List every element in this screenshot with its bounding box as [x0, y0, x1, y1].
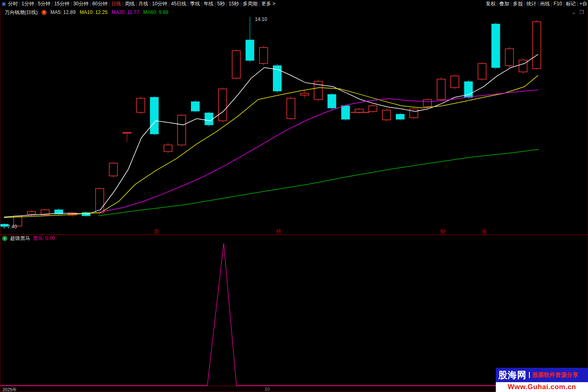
candle-27: [355, 108, 363, 114]
menu-item-tool-1[interactable]: 复权: [486, 0, 495, 7]
menu-separator: |: [90, 1, 91, 7]
candle-18: [232, 49, 241, 79]
menu-separator: |: [123, 1, 124, 7]
menu-item-period-4[interactable]: 15分钟: [54, 0, 69, 7]
menu-item-period-7[interactable]: 日线: [111, 0, 121, 7]
candle-16: [205, 112, 213, 127]
kline-chart-canvas[interactable]: 14.10←7.40: [0, 7, 588, 235]
menu-item-tool-3[interactable]: 多股: [513, 0, 523, 7]
menu-item-period-10[interactable]: 10分钟: [152, 0, 167, 7]
menu-separator: |: [150, 1, 151, 7]
candle-24: [314, 80, 322, 101]
candle-21: [273, 64, 282, 93]
candle-23: [300, 91, 309, 98]
menu-item-period-8[interactable]: 周线: [125, 0, 135, 7]
candle-20: [259, 46, 268, 65]
menu-separator: |: [577, 1, 578, 7]
menu-separator: |: [35, 1, 36, 7]
menu-separator: |: [19, 1, 20, 7]
menu-item-period-17[interactable]: 更多 >: [261, 0, 275, 7]
ad-tagline: 股票软件资源分享: [529, 372, 578, 378]
menu-item-period-1[interactable]: 分时: [8, 0, 18, 7]
menu-separator: |: [188, 1, 189, 7]
menu-item-tool-4[interactable]: 统计: [527, 0, 536, 7]
indicator-title: 超级黑马: [10, 235, 30, 242]
menu-item-period-9[interactable]: 月线: [138, 0, 148, 7]
candle-26: [341, 105, 350, 121]
candle-31: [410, 108, 418, 119]
menu-item-tool-8[interactable]: +自: [579, 0, 587, 7]
menu-item-tool-7[interactable]: 标记: [566, 0, 576, 7]
chart-header: 万向钱潮(日线) ∨ MA5: 12.89MA10: 12.25MA20: 11…: [5, 9, 173, 15]
menu-item-period-11[interactable]: 45日线: [171, 0, 186, 7]
menu-item-period-12[interactable]: 季线: [190, 0, 200, 7]
menu-separator: |: [136, 1, 137, 7]
ad-brand: 股海网: [496, 369, 529, 381]
candle-9: [109, 162, 118, 178]
menu-item-tool-5[interactable]: 画线: [540, 0, 550, 7]
tools-menu: 复权|叠加|多股|统计|画线|F10|标记|+自: [486, 0, 588, 7]
menu-separator: |: [259, 1, 260, 7]
candle-33: [437, 77, 445, 101]
chevron-down-icon[interactable]: ⌄: [572, 9, 576, 15]
candle-14: [177, 114, 186, 147]
panel-window-icon[interactable]: ❐: [579, 9, 584, 15]
candle-35: [464, 80, 472, 99]
price-annotation-1: 14.10: [255, 16, 267, 22]
menu-separator: |: [497, 1, 498, 7]
candle-34: [451, 75, 459, 89]
candle-22: [287, 97, 295, 120]
chevron-glyph: ∨: [4, 237, 6, 240]
chevron-glyph: ∨: [43, 11, 45, 14]
candle-36: [478, 62, 486, 81]
menu-item-period-5[interactable]: 30分钟: [73, 0, 89, 7]
indicator-chart-canvas[interactable]: [0, 242, 588, 386]
candle-17: [218, 87, 227, 122]
menu-item-period-14[interactable]: 5秒: [217, 0, 225, 7]
menu-item-tool-2[interactable]: 叠加: [499, 0, 509, 7]
ad-url: Www.Guhai.com.cn: [496, 382, 588, 392]
candle-40: [533, 20, 541, 70]
menu-item-period-2[interactable]: 1分钟: [22, 0, 34, 7]
app-window-icon[interactable]: ▣: [2, 1, 6, 7]
indicator-value: 黑马: 0.00: [33, 235, 55, 242]
menu-item-period-6[interactable]: 60分钟: [92, 0, 107, 7]
sub-indicator-selector-icon[interactable]: ∨: [2, 236, 7, 241]
candle-29: [382, 109, 390, 121]
menu-separator: |: [563, 1, 565, 7]
candle-38: [505, 47, 513, 67]
main-indicator-selector-icon[interactable]: ∨: [41, 10, 47, 15]
sub-panel-header: ∨ 超级黑马 黑马: 0.00: [0, 235, 588, 242]
menu-item-tool-6[interactable]: F10: [554, 0, 562, 7]
menu-item-period-15[interactable]: 15秒: [229, 0, 239, 7]
candle-28: [369, 104, 377, 113]
watermark-ad-top: 股海网 股票软件资源分享: [496, 368, 588, 382]
ma-line-MA60: [98, 149, 539, 216]
menu-separator: |: [201, 1, 202, 7]
ma-label-4: MA60: 9.88: [143, 9, 168, 15]
menu-separator: |: [52, 1, 53, 7]
candle-12: [150, 96, 159, 135]
main-chart-panel: 14.10←7.40 万向钱潮(日线) ∨ MA5: 12.89MA10: 12…: [0, 7, 588, 235]
ma-label-3: MA20: 11.77: [111, 9, 139, 15]
ma-label-2: MA10: 12.25: [79, 9, 107, 15]
menu-item-period-16[interactable]: 多周期: [243, 0, 258, 7]
menu-separator: |: [240, 1, 241, 7]
candle-37: [492, 23, 500, 70]
candle-11: [136, 97, 145, 114]
menu-separator: |: [226, 1, 227, 7]
indicator-panel: [0, 242, 588, 386]
menu-separator: |: [538, 1, 539, 7]
candle-13: [164, 143, 172, 153]
candle-30: [396, 113, 404, 121]
menu-item-period-3[interactable]: 5分钟: [38, 0, 50, 7]
menu-separator: |: [524, 1, 525, 7]
ma-labels: MA5: 12.89MA10: 12.25MA20: 11.77MA60: 9.…: [50, 9, 173, 15]
candle-19: [246, 17, 254, 62]
header-icons: ⌄ ❐: [572, 9, 584, 15]
menu-item-period-13[interactable]: 年线: [204, 0, 213, 7]
watermark-ad: 股海网 股票软件资源分享 Www.Guhai.com.cn: [496, 368, 588, 392]
candle-15: [191, 100, 200, 112]
year-label: 2025年: [2, 387, 17, 392]
menubar: ▣ 分时|1分钟|5分钟|15分钟|30分钟|60分钟|日线|周线|月线|10分…: [0, 0, 588, 7]
